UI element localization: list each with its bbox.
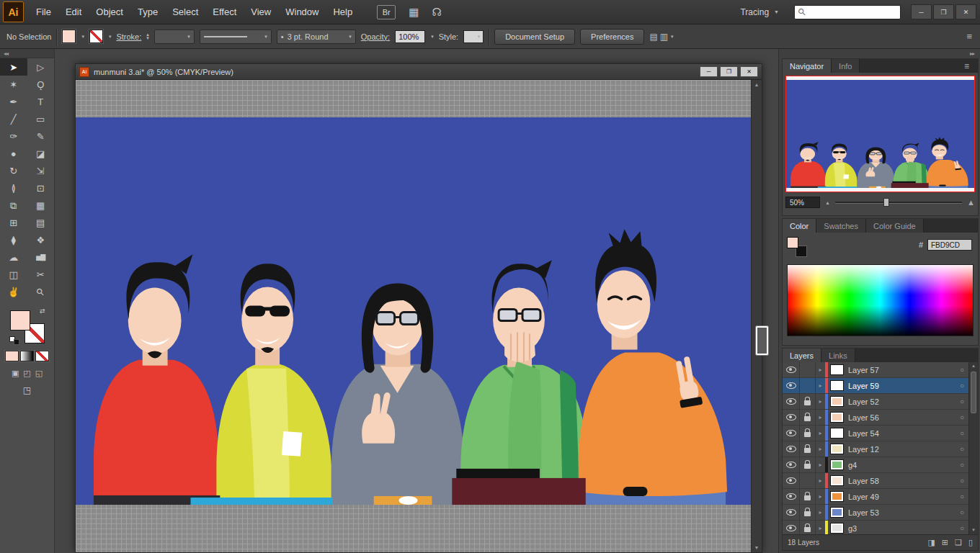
layers-scrollbar[interactable]: ▲ ▼ [968, 362, 978, 534]
scroll-up-icon[interactable]: ▲ [969, 362, 978, 370]
blend-tool[interactable]: ❖ [27, 231, 55, 248]
column-graph-tool[interactable]: ▅▇ [27, 248, 55, 266]
fill-color-swatch[interactable] [62, 30, 76, 43]
expand-triangle-icon[interactable]: ▸ [816, 446, 825, 452]
lock-toggle[interactable] [800, 489, 816, 504]
lock-toggle[interactable] [800, 457, 816, 472]
lasso-tool[interactable]: Ǫ [27, 76, 55, 93]
panel-tab[interactable]: Navigator [783, 59, 832, 73]
color-mode-button[interactable] [5, 351, 19, 361]
fill-swatch[interactable] [10, 310, 30, 331]
Layer 57[interactable]: ▸ Layer 57 ○ [783, 362, 968, 378]
layer-thumbnail[interactable] [830, 396, 844, 407]
search-box[interactable]: ⚲ [794, 5, 901, 19]
cs-live-icon[interactable]: ☊ [432, 6, 441, 19]
visibility-toggle[interactable] [783, 505, 800, 520]
make-clipping-mask-icon[interactable]: ◨ [927, 538, 935, 547]
new-sublayer-icon[interactable]: ⊞ [942, 538, 948, 547]
Layer 53[interactable]: ▸ Layer 53 ○ [783, 505, 968, 521]
zoom-tool[interactable]: ⚲ [27, 283, 55, 300]
stroke-weight-select[interactable]: ▾ [154, 30, 195, 44]
visibility-toggle[interactable] [783, 362, 800, 377]
layer-thumbnail[interactable] [830, 444, 844, 454]
chevron-down-icon[interactable]: ▾ [109, 34, 112, 40]
visibility-toggle[interactable] [783, 394, 800, 409]
screen-mode-icon[interactable]: ◳ [23, 385, 31, 395]
slice-tool[interactable]: ✂ [27, 266, 55, 283]
target-circle[interactable]: ○ [956, 366, 968, 374]
layer-name[interactable]: Layer 58 [846, 477, 956, 485]
visibility-toggle[interactable] [783, 410, 800, 425]
target-circle[interactable]: ○ [956, 461, 968, 469]
lock-toggle[interactable] [800, 410, 816, 425]
selection-tool[interactable]: ➤ [0, 58, 27, 76]
expand-triangle-icon[interactable]: ▸ [816, 414, 825, 421]
app-restore-button[interactable]: ❐ [933, 4, 954, 19]
layer-name[interactable]: Layer 57 [846, 366, 956, 374]
layer-thumbnail[interactable] [830, 364, 844, 375]
target-circle[interactable]: ○ [956, 413, 968, 421]
bridge-button[interactable]: Br [377, 5, 396, 19]
Layer 49[interactable]: ▸ Layer 49 ○ [783, 489, 968, 505]
mesh-tool[interactable]: ⊞ [0, 214, 27, 231]
document-setup-button[interactable]: Document Setup [494, 29, 575, 45]
visibility-toggle[interactable] [783, 521, 800, 534]
lock-toggle[interactable] [800, 473, 816, 488]
expand-dock-icon[interactable]: ▸▸ [782, 49, 979, 58]
gradient-mode-button[interactable] [20, 351, 34, 361]
Layer 54[interactable]: ▸ Layer 54 ○ [783, 426, 968, 441]
scrollbar-thumb[interactable] [971, 372, 976, 413]
magic-wand-tool[interactable]: ✶ [0, 76, 27, 93]
zoom-out-icon[interactable]: ▲ [825, 200, 830, 205]
Layer 52[interactable]: ▸ Layer 52 ○ [783, 394, 968, 410]
expand-triangle-icon[interactable]: ▸ [816, 382, 825, 389]
panel-menu-icon[interactable]: ≡ [959, 61, 974, 71]
expand-triangle-icon[interactable]: ▸ [816, 367, 825, 373]
app-close-button[interactable]: ✕ [956, 4, 976, 19]
layer-thumbnail[interactable] [830, 507, 844, 518]
visibility-toggle[interactable] [783, 378, 800, 393]
canvas[interactable] [76, 80, 751, 552]
width-tool[interactable]: ≬ [0, 179, 27, 197]
scrollbar-thumb[interactable] [755, 325, 769, 356]
navigator-zoom-input[interactable]: 50% [785, 197, 820, 208]
zoom-in-icon[interactable]: ▲ [967, 198, 975, 207]
expand-triangle-icon[interactable]: ▸ [816, 462, 825, 468]
rectangle-tool[interactable]: ▭ [27, 110, 55, 127]
layer-name[interactable]: Layer 52 [846, 397, 956, 406]
arrange-icons[interactable]: ▤ ▥ ▾ [649, 32, 673, 42]
default-fill-stroke-icon[interactable] [9, 336, 19, 345]
lock-toggle[interactable] [800, 378, 816, 393]
preferences-button[interactable]: Preferences [580, 29, 644, 45]
layer-thumbnail[interactable] [830, 523, 844, 534]
draw-normal-icon[interactable]: ▣ [12, 369, 19, 378]
visibility-toggle[interactable] [783, 473, 800, 488]
panel-tab[interactable]: Color [783, 219, 816, 233]
chevron-down-icon[interactable]: ▾ [671, 34, 674, 40]
expand-triangle-icon[interactable]: ▸ [816, 493, 825, 500]
layer-thumbnail[interactable] [830, 475, 844, 486]
panel-tab[interactable]: Color Guide [866, 219, 924, 233]
fill-swatch[interactable] [787, 237, 798, 248]
paintbrush-tool[interactable]: ✑ [0, 127, 27, 145]
draw-inside-icon[interactable]: ◱ [35, 369, 43, 378]
target-circle[interactable]: ○ [956, 493, 968, 500]
lock-toggle[interactable] [800, 362, 816, 377]
layer-name[interactable]: Layer 53 [846, 508, 956, 517]
Layer 12[interactable]: ▸ Layer 12 ○ [783, 441, 968, 457]
panel-tab[interactable]: Swatches [816, 219, 866, 233]
align-icon[interactable]: ▤ [649, 32, 657, 42]
Layer 56[interactable]: ▸ Layer 56 ○ [783, 410, 968, 426]
visibility-toggle[interactable] [783, 489, 800, 504]
lock-toggle[interactable] [800, 505, 816, 520]
delete-layer-icon[interactable]: ▯ [968, 538, 973, 547]
layer-name[interactable]: Layer 54 [846, 429, 956, 438]
draw-behind-icon[interactable]: ◰ [23, 369, 30, 378]
expand-triangle-icon[interactable]: ▸ [816, 430, 825, 436]
visibility-toggle[interactable] [783, 457, 800, 472]
layer-name[interactable]: Layer 12 [846, 445, 956, 454]
target-circle[interactable]: ○ [956, 477, 968, 485]
type-tool[interactable]: T [27, 93, 55, 110]
scale-tool[interactable]: ⇲ [27, 162, 55, 179]
variable-width-profile-select[interactable]: ▾ [200, 30, 272, 44]
